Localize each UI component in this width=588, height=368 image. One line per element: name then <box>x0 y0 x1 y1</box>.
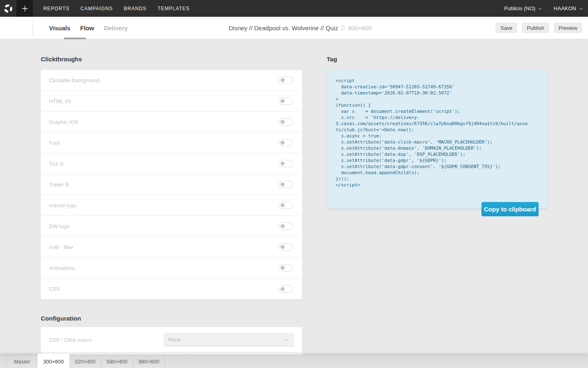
toggle-knob <box>281 162 285 166</box>
dsp-click-macro-select[interactable]: None <box>163 333 294 346</box>
preview-button[interactable]: Preview <box>554 22 582 33</box>
configuration-card: DSP / Click macro None <box>41 327 302 356</box>
toggle-knob <box>281 203 285 207</box>
active-tab-indicator <box>64 38 86 39</box>
clickthrough-label: Trailer B <box>49 182 69 188</box>
dsp-click-macro-row: DSP / Click macro None <box>41 327 302 353</box>
toggle-knob <box>281 120 285 124</box>
clickthrough-row: Font <box>41 132 302 153</box>
clickthrough-label: HTML #3 <box>49 98 71 104</box>
clickthrough-row: CSS <box>41 278 302 299</box>
clickthroughs-heading: Clickthroughs <box>41 56 82 63</box>
clickthrough-row: Animations <box>41 258 302 278</box>
main-menu: REPORTS CAMPAIGNS BRANDS TEMPLATES <box>43 6 189 11</box>
toggle-switch[interactable] <box>278 222 293 230</box>
toggle-knob <box>281 287 285 291</box>
clickthrough-row: Graphic #16 <box>41 112 302 132</box>
user-menu-label: HAAKON <box>554 5 576 11</box>
toggle-knob <box>281 99 285 103</box>
clickthrough-row: hvitt - filter <box>41 237 302 258</box>
tag-code: <script data-creative-id='50947-51265-51… <box>327 70 547 188</box>
clickthrough-row: HTML #3 <box>41 91 302 112</box>
format-tab-320x400[interactable]: 320×400 <box>69 355 101 368</box>
clickthrough-label: Font <box>49 140 60 146</box>
toggle-switch[interactable] <box>278 118 293 126</box>
toggle-switch[interactable] <box>278 76 293 84</box>
menu-item-reports[interactable]: REPORTS <box>43 6 69 11</box>
clickthrough-label: Animations <box>49 265 75 271</box>
toggle-knob <box>281 245 285 249</box>
clickthrough-row: Tick B <box>41 153 302 174</box>
clickthrough-label: hvitt - filter <box>49 244 74 250</box>
toggle-knob <box>281 224 285 228</box>
toggle-switch[interactable] <box>278 160 293 167</box>
tab-flow[interactable]: Flow <box>80 25 94 31</box>
clickthrough-label: Clickable background <box>49 77 100 83</box>
top-navigation-bar: REPORTS CAMPAIGNS BRANDS TEMPLATES Publi… <box>0 0 588 17</box>
dsp-click-macro-label: DSP / Click macro <box>49 337 92 343</box>
menu-item-campaigns[interactable]: CAMPAIGNS <box>80 6 113 11</box>
clickthrough-label: DW logo <box>49 223 69 229</box>
toggle-switch[interactable] <box>278 202 293 209</box>
format-tab-580x400[interactable]: 580×400 <box>101 355 133 368</box>
dsp-selected-value: None <box>168 337 181 343</box>
tag-heading: Tag <box>327 56 337 63</box>
format-tab-300x600[interactable]: 300×600 <box>38 354 69 368</box>
toolbar-actions: Save Publish Preview <box>495 22 582 33</box>
creative-title-group: Disney // Deadpool vs. Wolverine // Quiz… <box>229 17 372 39</box>
toggle-switch[interactable] <box>278 181 293 188</box>
copy-to-clipboard-button[interactable]: Copy to clipboard <box>481 202 539 216</box>
clickthrough-row: Clickable background <box>41 70 302 91</box>
clickthrough-label: Tick B <box>49 161 64 167</box>
org-selector[interactable]: Publicis (NO) <box>504 5 542 11</box>
clickthrough-label: CSS <box>49 286 60 292</box>
chevron-down-icon <box>579 6 583 9</box>
chevron-down-icon <box>285 337 289 341</box>
toggle-switch[interactable] <box>278 264 293 272</box>
format-badge: 300×600 <box>347 25 372 31</box>
publish-button[interactable]: Publish <box>522 22 549 33</box>
page-title: Disney // Deadpool vs. Wolverine // Quiz <box>229 25 338 31</box>
topbar-right: Publicis (NO) HAAKON <box>504 5 588 11</box>
clickthrough-row: DW logo <box>41 216 302 237</box>
tag-code-block: <script data-creative-id='50947-51265-51… <box>327 70 547 209</box>
format-tab-bar: Master 300×600 320×400 580×400 980×600 <box>0 355 588 368</box>
configuration-heading: Configuration <box>41 315 81 322</box>
logo-icon <box>3 4 13 13</box>
toolbar-divider <box>33 20 33 36</box>
toggle-switch[interactable] <box>278 243 293 251</box>
toggle-knob <box>281 182 285 186</box>
format-tab-master[interactable]: Master <box>6 355 38 368</box>
toggle-knob <box>281 78 285 82</box>
clickthroughs-card: Clickable background HTML #3 Graphic #16… <box>41 70 302 299</box>
clickthrough-row: Trailer B <box>41 174 302 195</box>
clickthrough-row: marvel logo <box>41 195 302 216</box>
creative-toolbar: Visuals Flow Delivery Disney // Deadpool… <box>0 17 588 39</box>
clickthrough-label: Graphic #16 <box>49 119 78 125</box>
toggle-switch[interactable] <box>278 285 293 293</box>
tab-delivery[interactable]: Delivery <box>104 25 127 31</box>
create-new-button[interactable] <box>16 0 33 17</box>
toggle-knob <box>281 266 285 270</box>
user-menu[interactable]: HAAKON <box>554 5 582 11</box>
toggle-switch[interactable] <box>278 139 293 146</box>
device-glyph-box <box>341 25 344 30</box>
plus-icon <box>21 5 29 12</box>
menu-item-templates[interactable]: TEMPLATES <box>158 6 190 11</box>
app-root: REPORTS CAMPAIGNS BRANDS TEMPLATES Publi… <box>0 0 588 368</box>
clickthrough-label: marvel logo <box>49 202 76 209</box>
toggle-knob <box>281 141 285 145</box>
app-logo[interactable] <box>0 0 16 17</box>
format-tab-980x600[interactable]: 980×600 <box>133 355 165 368</box>
save-button[interactable]: Save <box>495 22 517 33</box>
org-selector-label: Publicis (NO) <box>504 5 536 11</box>
tab-visuals[interactable]: Visuals <box>49 25 70 31</box>
chevron-down-icon <box>539 6 542 9</box>
view-tabs: Visuals Flow Delivery <box>49 17 128 39</box>
menu-item-brands[interactable]: BRANDS <box>124 6 146 11</box>
toggle-switch[interactable] <box>278 97 293 105</box>
